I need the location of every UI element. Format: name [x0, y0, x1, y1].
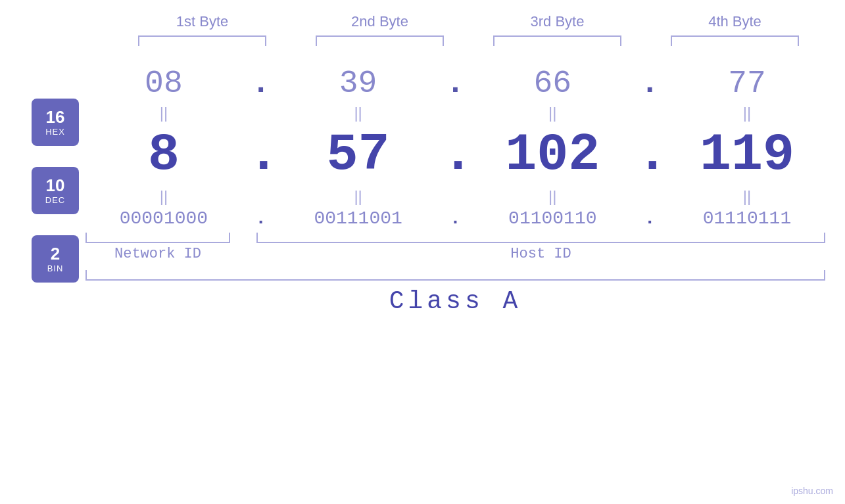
- eq2-1: ||: [91, 187, 236, 206]
- base-badges: 16 HEX 10 DEC 2 BIN: [32, 88, 79, 293]
- bottom-brackets-row: [85, 233, 825, 243]
- host-id-label: Host ID: [256, 246, 825, 262]
- dec-badge-number: 10: [46, 176, 65, 195]
- hex-dot-1: .: [248, 66, 274, 101]
- hex-dot-3: .: [637, 66, 663, 101]
- bin-badge-label: BIN: [47, 263, 64, 273]
- bin-dot-2: .: [442, 208, 468, 229]
- eq2-3: ||: [480, 187, 625, 206]
- hex-badge-label: HEX: [45, 127, 65, 137]
- hex-byte-4: 77: [675, 66, 819, 101]
- equals-row-2: || || || ||: [85, 187, 825, 206]
- eq1-1: ||: [91, 104, 236, 122]
- byte-label-2: 2nd Byte: [308, 13, 452, 30]
- byte-label-3: 3rd Byte: [485, 13, 630, 30]
- bin-row: 00001000 . 00111001 . 01100110 . 0111011…: [85, 208, 825, 229]
- watermark: ipshu.com: [791, 486, 833, 496]
- data-grid: 08 . 39 . 66 . 77 || || || || 8 .: [85, 66, 825, 315]
- byte-label-1: 1st Byte: [130, 13, 275, 30]
- top-bracket-1: [138, 35, 266, 46]
- hex-byte-2: 39: [286, 66, 431, 101]
- bin-byte-1: 00001000: [91, 208, 236, 229]
- bin-byte-4: 01110111: [675, 208, 819, 229]
- bin-dot-3: .: [637, 208, 663, 229]
- byte-label-4: 4th Byte: [663, 13, 808, 30]
- dec-byte-1: 8: [91, 125, 236, 185]
- bin-badge: 2 BIN: [32, 235, 79, 283]
- dec-byte-3: 102: [480, 125, 625, 185]
- eq2-2: ||: [286, 187, 431, 206]
- dec-row: 8 . 57 . 102 . 119: [85, 125, 825, 185]
- bin-dot-1: .: [248, 208, 274, 229]
- eq2-4: ||: [675, 187, 819, 206]
- dec-dot-3: .: [637, 125, 663, 185]
- main-container: 1st Byte 2nd Byte 3rd Byte 4th Byte 16 H…: [0, 0, 845, 504]
- eq1-2: ||: [286, 104, 431, 122]
- top-brackets: [114, 35, 824, 46]
- bin-byte-3: 01100110: [480, 208, 625, 229]
- host-bracket: [256, 233, 825, 243]
- id-labels-row: Network ID Host ID: [85, 246, 825, 262]
- hex-row: 08 . 39 . 66 . 77: [85, 66, 825, 101]
- top-bracket-2: [316, 35, 444, 46]
- hex-badge: 16 HEX: [32, 99, 79, 146]
- dec-byte-2: 57: [286, 125, 431, 185]
- class-label-container: Class A: [85, 287, 825, 315]
- class-label: Class A: [389, 287, 522, 315]
- top-bracket-3: [493, 35, 621, 46]
- dec-dot-1: .: [248, 125, 274, 185]
- hex-badge-number: 16: [46, 108, 65, 127]
- content-area: 16 HEX 10 DEC 2 BIN 08 . 39 . 66 . 77: [0, 66, 845, 315]
- network-id-label: Network ID: [85, 246, 230, 262]
- hex-dot-2: .: [442, 66, 468, 101]
- dec-dot-2: .: [442, 125, 468, 185]
- hex-byte-1: 08: [91, 66, 236, 101]
- network-bracket: [85, 233, 230, 243]
- equals-row-1: || || || ||: [85, 104, 825, 122]
- eq1-3: ||: [480, 104, 625, 122]
- bin-badge-number: 2: [51, 244, 60, 263]
- byte-headers: 1st Byte 2nd Byte 3rd Byte 4th Byte: [114, 13, 824, 30]
- dec-badge-label: DEC: [45, 195, 65, 205]
- dec-byte-4: 119: [675, 125, 819, 185]
- full-bracket: [85, 270, 825, 281]
- bin-byte-2: 00111001: [286, 208, 431, 229]
- full-bracket-line: [85, 270, 825, 281]
- eq1-4: ||: [675, 104, 819, 122]
- top-bracket-4: [671, 35, 799, 46]
- hex-byte-3: 66: [480, 66, 625, 101]
- dec-badge: 10 DEC: [32, 167, 79, 214]
